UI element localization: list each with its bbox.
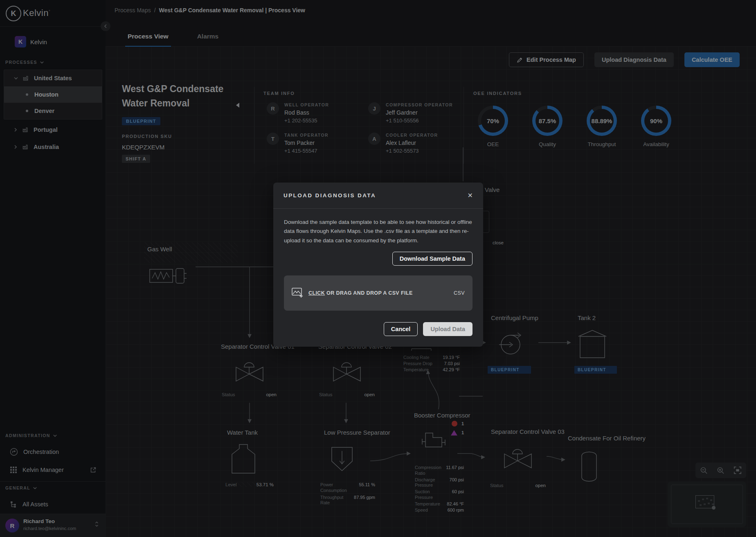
upload-diagnosis-data-modal: UPLOAD DIAGNOSIS DATA ✕ Download the sam… — [273, 183, 483, 347]
dropzone-filetype: CSV — [454, 290, 465, 296]
modal-description: Download the sample data template to be … — [284, 218, 473, 245]
image-plus-icon — [292, 288, 304, 298]
modal-title: UPLOAD DIAGNOSIS DATA — [284, 192, 376, 199]
cancel-button[interactable]: Cancel — [384, 322, 418, 336]
modal-header: UPLOAD DIAGNOSIS DATA ✕ — [273, 183, 483, 209]
modal-body: Download the sample data template to be … — [273, 209, 483, 347]
download-sample-data-button[interactable]: Download Sample Data — [392, 252, 473, 266]
close-icon[interactable]: ✕ — [468, 192, 473, 199]
app-root: K Kelvin° K Kelvin PROCESSES United Stat… — [0, 0, 756, 537]
csv-dropzone[interactable]: CLICK OR DRAG AND DROP A CSV FILE CSV — [284, 275, 473, 311]
dropzone-text: CLICK OR DRAG AND DROP A CSV FILE — [308, 290, 413, 296]
upload-data-button[interactable]: Upload Data — [423, 322, 473, 336]
